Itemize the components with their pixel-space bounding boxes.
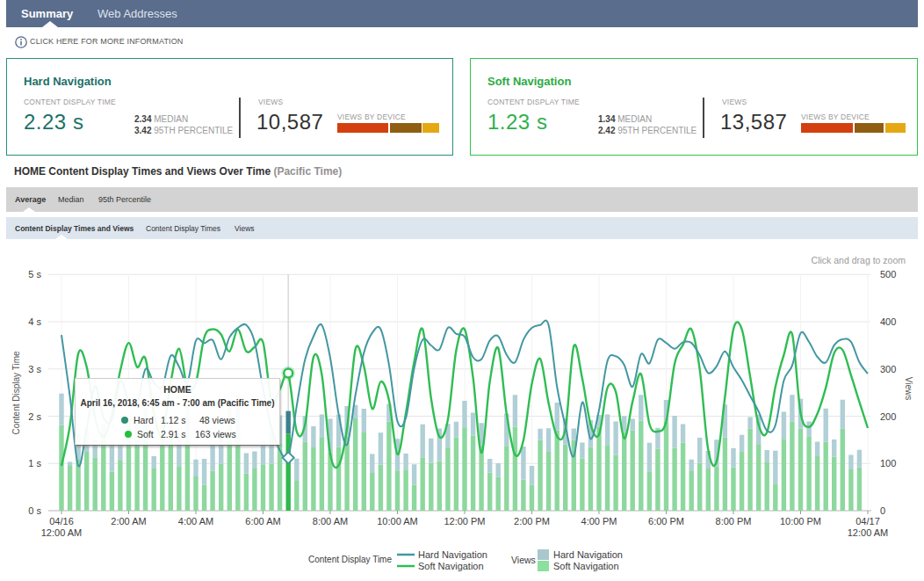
- svg-text:0: 0: [880, 505, 885, 516]
- svg-text:2:00 PM: 2:00 PM: [514, 516, 550, 527]
- svg-text:Click and drag to zoom: Click and drag to zoom: [812, 255, 906, 265]
- svg-text:6:00 AM: 6:00 AM: [245, 516, 280, 527]
- svg-text:200: 200: [880, 411, 896, 422]
- svg-text:500: 500: [880, 269, 896, 280]
- svg-text:04/17: 04/17: [855, 516, 880, 527]
- svg-text:Content Display Time: Content Display Time: [11, 351, 21, 434]
- svg-text:8:00 AM: 8:00 AM: [313, 516, 348, 527]
- svg-text:10:00 AM: 10:00 AM: [377, 516, 417, 527]
- svg-text:5 s: 5 s: [28, 269, 41, 280]
- svg-text:3 s: 3 s: [28, 364, 41, 374]
- svg-text:12:00 AM: 12:00 AM: [848, 527, 888, 538]
- svg-text:2:00 AM: 2:00 AM: [111, 516, 146, 527]
- svg-text:12:00 AM: 12:00 AM: [41, 527, 82, 538]
- svg-text:6:00 PM: 6:00 PM: [648, 516, 684, 527]
- svg-text:10:00 PM: 10:00 PM: [780, 516, 821, 527]
- svg-text:300: 300: [880, 364, 896, 374]
- svg-text:2 s: 2 s: [28, 411, 41, 422]
- svg-text:1 s: 1 s: [28, 458, 41, 468]
- svg-text:Views: Views: [904, 377, 913, 401]
- svg-text:8:00 PM: 8:00 PM: [716, 516, 752, 527]
- svg-text:400: 400: [880, 316, 896, 327]
- svg-text:04/16: 04/16: [49, 516, 74, 527]
- svg-text:12:00 PM: 12:00 PM: [444, 516, 485, 527]
- svg-text:4:00 AM: 4:00 AM: [178, 516, 213, 527]
- svg-text:4:00 PM: 4:00 PM: [581, 516, 617, 527]
- svg-text:4 s: 4 s: [28, 316, 41, 327]
- svg-text:100: 100: [880, 458, 896, 468]
- svg-text:0 s: 0 s: [28, 505, 41, 516]
